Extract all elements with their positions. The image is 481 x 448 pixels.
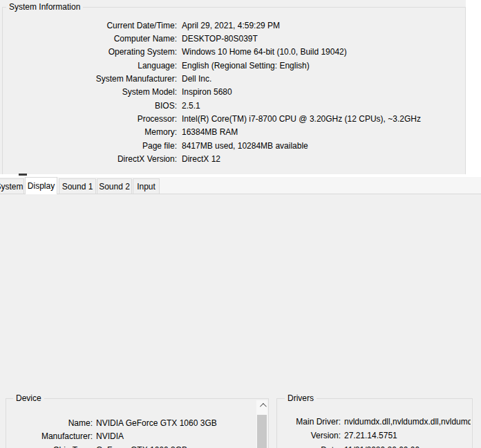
- info-row: Version:27.21.14.5751: [277, 429, 471, 442]
- display-tab-content: Device Name:NVIDIA GeForce GTX 1060 3GBM…: [0, 194, 481, 448]
- field-value: DirectX 12: [182, 154, 220, 164]
- device-vertical-scrollbar[interactable]: [256, 400, 267, 448]
- field-value: DESKTOP-80S039T: [182, 34, 258, 44]
- field-value: English (Regional Setting: English): [182, 61, 310, 71]
- info-row: Page file:8417MB used, 10284MB available: [3, 139, 465, 152]
- info-row: Memory:16384MB RAM: [3, 126, 465, 139]
- tab-system[interactable]: System: [0, 178, 24, 194]
- field-label: BIOS:: [3, 101, 177, 111]
- info-row: Main Driver:nvldumdx.dll,nvldumdx.dll,nv…: [277, 415, 471, 429]
- field-value: nvldumdx.dll,nvldumdx.dll,nvldumdx.d: [344, 417, 471, 427]
- scroll-up-button[interactable]: [256, 400, 267, 411]
- field-label: System Model:: [3, 87, 177, 97]
- field-value: NVIDIA GeForce GTX 1060 3GB: [96, 418, 217, 428]
- info-row: Current Date/Time:April 29, 2021, 4:59:2…: [3, 19, 465, 32]
- info-row: Date:11/21/2020 20:00:00: [277, 443, 471, 448]
- drivers-groupbox: Drivers Main Driver:nvldumdx.dll,nvldumd…: [276, 398, 473, 448]
- drivers-rows: Main Driver:nvldumdx.dll,nvldumdx.dll,nv…: [277, 415, 471, 448]
- field-value: GeForce GTX 1060 3GB: [96, 445, 187, 448]
- field-label: Manufacturer:: [6, 431, 93, 441]
- field-label: Operating System:: [3, 47, 177, 57]
- field-value: 11/21/2020 20:00:00: [344, 445, 419, 448]
- info-row: Chip Type:GeForce GTX 1060 3GB: [6, 443, 256, 448]
- system-information-rows: Current Date/Time:April 29, 2021, 4:59:2…: [3, 19, 465, 166]
- field-label: Chip Type:: [6, 445, 93, 448]
- field-value: 27.21.14.5751: [344, 431, 397, 440]
- device-title: Device: [13, 394, 44, 403]
- dxdiag-window: System Information Current Date/Time:Apr…: [0, 0, 481, 448]
- chevron-up-icon: [259, 403, 266, 410]
- info-row: Computer Name:DESKTOP-80S039T: [3, 32, 465, 45]
- device-rows: Name:NVIDIA GeForce GTX 1060 3GBManufact…: [6, 416, 256, 448]
- field-label: Name:: [6, 418, 93, 428]
- vertical-scrollbar-thumb[interactable]: [257, 415, 267, 448]
- field-label: Computer Name:: [3, 34, 177, 44]
- field-label: Date:: [277, 445, 341, 448]
- field-label: Language:: [3, 61, 177, 71]
- info-row: System Manufacturer:Dell Inc.: [3, 72, 465, 85]
- device-groupbox: Device Name:NVIDIA GeForce GTX 1060 3GBM…: [6, 398, 269, 448]
- field-value: Windows 10 Home 64-bit (10.0, Build 1904…: [182, 47, 347, 57]
- tab-display[interactable]: Display: [25, 177, 57, 194]
- drivers-title: Drivers: [285, 394, 317, 403]
- stitch-artifact-dash: [19, 174, 27, 176]
- info-row: Processor:Intel(R) Core(TM) i7-8700 CPU …: [3, 112, 465, 125]
- field-label: Page file:: [3, 141, 177, 151]
- info-row: Operating System:Windows 10 Home 64-bit …: [3, 46, 465, 59]
- field-label: Main Driver:: [277, 417, 341, 427]
- info-row: BIOS:2.5.1: [3, 99, 465, 112]
- field-value: Dell Inc.: [182, 74, 211, 84]
- system-information-groupbox: System Information Current Date/Time:Apr…: [2, 7, 466, 174]
- info-row: System Model:Inspiron 5680: [3, 86, 465, 99]
- system-information-title: System Information: [6, 3, 83, 12]
- field-label: Memory:: [3, 127, 177, 137]
- info-row: Manufacturer:NVIDIA: [6, 430, 256, 444]
- info-row: Name:NVIDIA GeForce GTX 1060 3GB: [6, 416, 256, 430]
- info-row: Language:English (Regional Setting: Engl…: [3, 59, 465, 72]
- field-label: System Manufacturer:: [3, 74, 177, 84]
- tab-sound-1[interactable]: Sound 1: [59, 178, 96, 194]
- tab-sound-2[interactable]: Sound 2: [97, 178, 132, 194]
- field-label: DirectX Version:: [3, 154, 177, 164]
- field-label: Version:: [277, 431, 341, 440]
- field-value: 2.5.1: [182, 101, 200, 111]
- info-row: DirectX Version:DirectX 12: [3, 152, 465, 165]
- field-value: Intel(R) Core(TM) i7-8700 CPU @ 3.20GHz …: [182, 114, 421, 124]
- field-value: Inspiron 5680: [182, 87, 232, 97]
- tab-input[interactable]: Input: [133, 178, 160, 194]
- tab-bar: SystemDisplaySound 1Sound 2Input: [0, 177, 481, 194]
- field-value: 8417MB used, 10284MB available: [182, 141, 308, 151]
- field-label: Processor:: [3, 114, 177, 124]
- field-value: NVIDIA: [96, 431, 124, 441]
- field-label: Current Date/Time:: [3, 21, 177, 30]
- system-tab-content: System Information Current Date/Time:Apr…: [0, 0, 466, 174]
- field-value: 16384MB RAM: [182, 127, 238, 137]
- field-value: April 29, 2021, 4:59:29 PM: [182, 21, 280, 30]
